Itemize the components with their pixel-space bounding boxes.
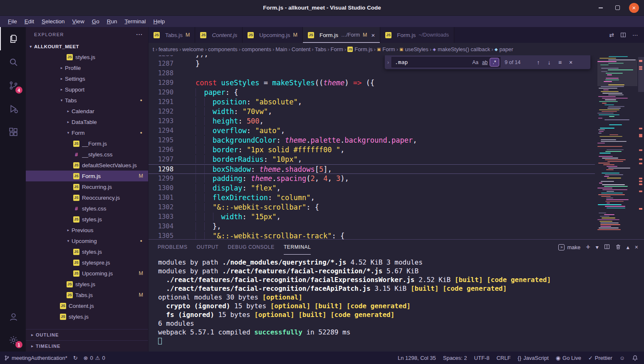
tree-folder-settings[interactable]: ▸Settings: [26, 73, 148, 84]
tree-file-styles-js[interactable]: JSstyles.js: [26, 279, 148, 290]
more-actions-icon[interactable]: ⋯: [632, 32, 638, 38]
tab-form-js-downloads[interactable]: JSForm.js~/Downloads: [380, 27, 454, 43]
sidebar-section-outline[interactable]: ▸OUTLINE: [26, 329, 148, 340]
find-in-selection-button[interactable]: ≡: [555, 57, 565, 68]
code-line-1299[interactable]: 1299 padding: theme.spacing(2, 4, 3),: [149, 174, 595, 183]
status-go-live[interactable]: ◉Go Live: [556, 355, 581, 361]
code-line-1291[interactable]: 1291 position: "absolute",: [149, 97, 595, 107]
breadcrumb-item-usestyles[interactable]: ▣useStyles: [399, 46, 429, 52]
terminal-profile-dropdown-button[interactable]: ▾: [596, 244, 599, 250]
whole-word-toggle[interactable]: ab: [481, 58, 489, 66]
code-line-1305[interactable]: 1305 "&::-webkit-scrollbar-track": {: [149, 231, 595, 239]
breadcrumb-item-form[interactable]: Form: [331, 46, 343, 52]
project-section-header[interactable]: ▾ ALLKOURT_MEET: [26, 42, 148, 52]
open-changes-icon[interactable]: ⇄: [609, 32, 614, 38]
tree-file-styles-js[interactable]: JSstyles.js: [26, 311, 148, 322]
code-line-1304[interactable]: 1304 },: [149, 222, 595, 231]
tree-file-styles-css[interactable]: #styles.css: [26, 203, 148, 214]
find-next-button[interactable]: ↓: [544, 57, 555, 68]
menu-view[interactable]: View: [69, 17, 88, 26]
tab-upcoming-js[interactable]: JSUpcoming.jsM: [243, 27, 303, 43]
kill-terminal-button[interactable]: [615, 244, 621, 251]
code-line-1295[interactable]: 1295 backgroundColor: theme.palette.back…: [149, 136, 595, 145]
tree-file-styles-js[interactable]: JSstyles.js: [26, 214, 148, 225]
sidebar-section-timeline[interactable]: ▸TIMELINE: [26, 340, 148, 352]
tree-file-form-js[interactable]: JSForm.jsM: [26, 171, 148, 181]
find-close-button[interactable]: ×: [565, 57, 576, 68]
more-actions-icon[interactable]: ⋯: [136, 30, 144, 38]
status-cursor-position[interactable]: Ln 1298, Col 35: [398, 355, 436, 361]
close-button[interactable]: [629, 3, 639, 13]
breadcrumb-item-components[interactable]: components: [242, 46, 271, 52]
activitybar-run-and-debug-icon[interactable]: [0, 97, 26, 120]
find-previous-button[interactable]: ↑: [533, 57, 544, 68]
activitybar-settings-icon[interactable]: 1: [0, 328, 26, 352]
tree-folder-upcoming[interactable]: ▾Upcoming●: [26, 235, 148, 246]
code-content[interactable]: 1286});1287}12881289const useStyles = ma…: [149, 55, 595, 239]
tab-form-js-form[interactable]: JSForm.js…/FormM×: [303, 27, 380, 43]
status-eol[interactable]: CRLF: [496, 355, 510, 361]
editor-scrollbar[interactable]: [638, 57, 644, 92]
close-panel-button[interactable]: ×: [635, 244, 638, 250]
tree-file-content-js[interactable]: JSContent.js: [26, 300, 148, 311]
code-line-1289[interactable]: 1289const useStyles = makeStyles((theme)…: [149, 78, 595, 88]
menu-selection[interactable]: Selection: [38, 17, 69, 26]
activitybar-source-control-icon[interactable]: 4: [0, 74, 26, 97]
tree-file-upcoming-js[interactable]: JSUpcoming.jsM: [26, 268, 148, 279]
code-line-1302[interactable]: 1302 "&::-webkit-scrollbar": {: [149, 203, 595, 212]
tree-folder-previous[interactable]: ▸Previous: [26, 225, 148, 235]
menu-go[interactable]: Go: [88, 17, 103, 26]
tree-file-styles-js[interactable]: JSstyles.js: [26, 246, 148, 257]
tab-content-js[interactable]: JSContent.js: [195, 27, 243, 43]
status-git-branch[interactable]: meetingAuthentication*: [4, 355, 67, 361]
code-editor[interactable]: 1286});1287}12881289const useStyles = ma…: [149, 55, 644, 239]
breadcrumb-item-paper[interactable]: ◆paper: [495, 46, 513, 52]
find-input[interactable]: .map Aa ab .*: [391, 57, 500, 67]
code-line-1301[interactable]: 1301 flexDirection: "column",: [149, 193, 595, 203]
breadcrumb-item-form-js[interactable]: JSForm.js: [347, 46, 372, 52]
tab-tabs-js[interactable]: JSTabs.jsM: [149, 27, 195, 43]
tree-folder-profile[interactable]: ▸Profile: [26, 62, 148, 73]
new-terminal-button[interactable]: +: [586, 243, 590, 251]
code-line-1300[interactable]: 1300 display: "flex",: [149, 183, 595, 193]
terminal-launch-button[interactable]: >make: [558, 244, 580, 250]
tree-file-defaultselectvalues-js[interactable]: JSdefaultSelectValues.js: [26, 160, 148, 171]
tree-folder-calendar[interactable]: ▸Calendar: [26, 106, 148, 116]
tree-file-tabs-js[interactable]: JSTabs.jsM: [26, 290, 148, 300]
status-indentation[interactable]: Spaces: 2: [443, 355, 467, 361]
activitybar-search-icon[interactable]: [0, 50, 26, 74]
status-language-mode[interactable]: {}JavaScript: [518, 355, 548, 361]
split-editor-icon[interactable]: [620, 32, 626, 38]
tree-file-form-js[interactable]: JS__Form.js: [26, 138, 148, 149]
regex-toggle[interactable]: .*: [490, 58, 499, 66]
menu-help[interactable]: Help: [149, 17, 168, 26]
panel-tab-output[interactable]: OUTPUT: [197, 240, 219, 255]
minimap[interactable]: [597, 56, 637, 238]
maximize-panel-button[interactable]: ▴: [627, 244, 629, 250]
breadcrumb-item-components[interactable]: components: [208, 46, 238, 52]
code-line-1293[interactable]: 1293 height: 500,: [149, 116, 595, 126]
minimize-button[interactable]: [596, 3, 606, 13]
activitybar-extensions-icon[interactable]: [0, 120, 26, 144]
menu-edit[interactable]: Edit: [21, 17, 38, 26]
tree-file-styles-css[interactable]: #__styles.css: [26, 149, 148, 160]
titlebar[interactable]: Form.js - allkourt_meet - Visual Studio …: [0, 0, 644, 16]
tree-folder-tabs[interactable]: ▾Tabs●: [26, 95, 148, 106]
menu-terminal[interactable]: Terminal: [121, 17, 149, 26]
match-case-toggle[interactable]: Aa: [471, 58, 480, 66]
breadcrumb-item-tabs[interactable]: Tabs: [315, 46, 326, 52]
tree-file-styles-js[interactable]: JSstyles.js: [26, 52, 148, 62]
breadcrumb-item-makestyles-callback[interactable]: ◈makeStyles() callback: [433, 46, 490, 52]
tree-folder-form[interactable]: ▾Form●: [26, 127, 148, 138]
tree-folder-datatable[interactable]: ▸DataTable: [26, 116, 148, 127]
status-notifications[interactable]: [632, 355, 638, 361]
status-sync[interactable]: ↻: [73, 355, 78, 361]
code-line-1303[interactable]: 1303 width: "15px",: [149, 212, 595, 222]
menu-file[interactable]: File: [4, 17, 21, 26]
status-encoding[interactable]: UTF-8: [474, 355, 490, 361]
code-line-1298[interactable]: 1298 boxShadow: theme.shadows[5],: [149, 164, 595, 174]
tree-folder-support[interactable]: ▸Support: [26, 84, 148, 95]
status-prettier[interactable]: ✓Prettier: [588, 355, 612, 361]
find-collapse-icon[interactable]: ›: [385, 59, 391, 65]
tree-file-recurring-js[interactable]: JSRecurring.js: [26, 181, 148, 192]
